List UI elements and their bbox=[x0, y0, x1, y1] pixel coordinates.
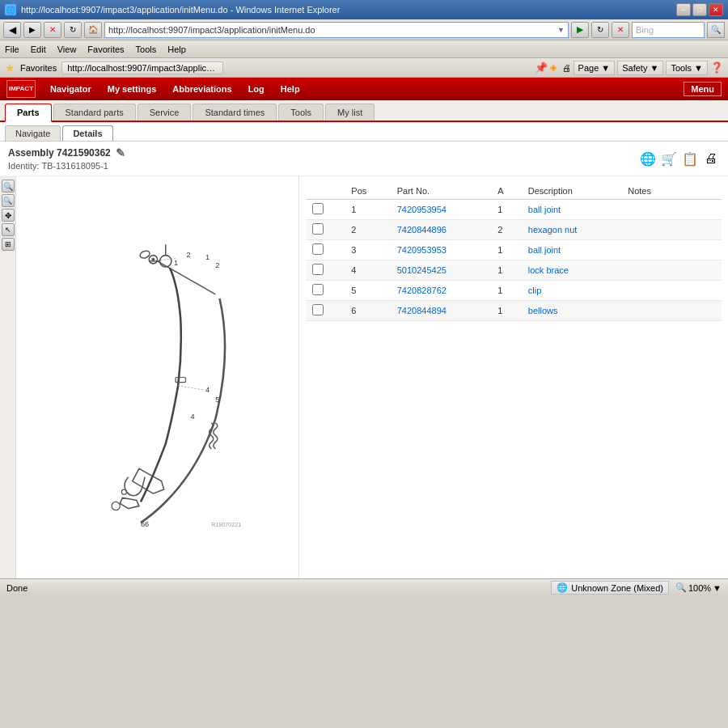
menu-tools[interactable]: Tools bbox=[136, 44, 157, 54]
favorites-star-icon: ★ bbox=[5, 61, 15, 74]
safety-button[interactable]: Safety ▼ bbox=[617, 61, 663, 75]
col-description: Description bbox=[522, 183, 621, 200]
row-checkbox-0[interactable] bbox=[312, 203, 324, 214]
col-extra1 bbox=[679, 183, 700, 200]
part-link-4[interactable]: 7420828762 bbox=[397, 286, 447, 295]
row-desc-3[interactable]: lock brace bbox=[522, 260, 621, 281]
select-button[interactable]: ↖ bbox=[2, 223, 15, 236]
print-preview-icon: 🖨 bbox=[562, 63, 571, 73]
row-desc-2[interactable]: ball joint bbox=[522, 240, 621, 260]
table-row: 5 7420828762 1 clip bbox=[306, 281, 722, 301]
page-button[interactable]: Page ▼ bbox=[574, 61, 616, 75]
tab-my-list[interactable]: My list bbox=[325, 104, 375, 121]
zoom-minus-button[interactable]: 🔍 bbox=[2, 194, 15, 207]
stop-addr-button[interactable]: ✕ bbox=[612, 22, 629, 38]
row-part-no-3[interactable]: 5010245425 bbox=[391, 260, 491, 281]
tab-parts[interactable]: Parts bbox=[5, 104, 52, 122]
row-desc-5[interactable]: bellows bbox=[522, 301, 621, 321]
nav-help[interactable]: Help bbox=[273, 78, 308, 100]
row-part-no-4[interactable]: 7420828762 bbox=[391, 281, 491, 301]
row-notes-3 bbox=[621, 260, 679, 281]
refresh-addr-button[interactable]: ↻ bbox=[591, 22, 609, 38]
part-link-1[interactable]: 7420844896 bbox=[397, 225, 447, 235]
row-checkbox-5[interactable] bbox=[312, 304, 324, 315]
search-input[interactable]: Bing bbox=[632, 22, 705, 38]
part-link-5[interactable]: 7420844894 bbox=[397, 306, 447, 315]
menu-view[interactable]: View bbox=[57, 44, 77, 54]
sub-tab-details[interactable]: Details bbox=[62, 125, 112, 141]
copy-icon[interactable]: 📋 bbox=[681, 150, 699, 167]
row-desc-1[interactable]: hexagon nut bbox=[522, 220, 621, 240]
nav-my-settings[interactable]: My settings bbox=[99, 78, 165, 100]
zoom-plus-button[interactable]: 🔍 bbox=[2, 180, 15, 193]
menu-file[interactable]: File bbox=[5, 44, 19, 54]
zoom-value: 100% bbox=[688, 583, 711, 593]
tab-service[interactable]: Service bbox=[138, 104, 192, 121]
forward-button[interactable]: ▶ bbox=[23, 22, 41, 38]
diagram-panel: 🔍 🔍 ✥ ↖ ⊞ 1 2 bbox=[0, 176, 299, 578]
menu-help[interactable]: Help bbox=[167, 44, 186, 54]
search-button[interactable]: 🔍 bbox=[707, 22, 725, 38]
part-link-2[interactable]: 7420953953 bbox=[397, 245, 447, 255]
tab-standard-parts[interactable]: Standard parts bbox=[53, 104, 136, 121]
tab-standard-times[interactable]: Standard times bbox=[193, 104, 277, 121]
row-pos-4: 5 bbox=[345, 281, 390, 301]
sub-tab-row: Navigate Details bbox=[0, 122, 728, 142]
sub-tab-navigate[interactable]: Navigate bbox=[5, 125, 61, 141]
page-tools: 📌 ◈ 🖨 Page ▼ Safety ▼ Tools ▼ ❓ bbox=[535, 61, 723, 75]
minimize-button[interactable]: – bbox=[676, 3, 691, 16]
stop-button[interactable]: ✕ bbox=[44, 22, 61, 38]
address-bar[interactable]: http://localhost:9907/impact3/applicatio… bbox=[104, 22, 569, 38]
home-button[interactable]: 🏠 bbox=[84, 22, 102, 38]
row-part-no-0[interactable]: 7420953954 bbox=[391, 200, 491, 220]
tab-tools[interactable]: Tools bbox=[278, 104, 324, 121]
refresh-icon[interactable]: 🌐 bbox=[639, 150, 657, 167]
row-part-no-5[interactable]: 7420844894 bbox=[391, 301, 491, 321]
svg-text:4: 4 bbox=[205, 386, 210, 394]
nav-abbreviations[interactable]: Abbreviations bbox=[164, 78, 239, 100]
refresh-button[interactable]: ↻ bbox=[64, 22, 82, 38]
table-row: 4 5010245425 1 lock brace bbox=[306, 260, 722, 281]
row-checkbox-1[interactable] bbox=[312, 223, 324, 235]
svg-text:6: 6 bbox=[145, 520, 149, 528]
parts-table: Pos Part No. A Description Notes 1 74209… bbox=[306, 183, 722, 321]
cart-icon[interactable]: 🛒 bbox=[660, 150, 678, 167]
row-checkbox-3[interactable] bbox=[312, 264, 324, 275]
help-icon[interactable]: ❓ bbox=[710, 61, 723, 74]
fit-button[interactable]: ⊞ bbox=[2, 238, 15, 251]
pan-button[interactable]: ✥ bbox=[2, 209, 15, 222]
menu-edit[interactable]: Edit bbox=[31, 44, 46, 54]
address-text: http://localhost:9907/impact3/applicatio… bbox=[108, 25, 557, 35]
row-extra2-3 bbox=[700, 260, 722, 281]
zoom-dropdown-icon[interactable]: ▼ bbox=[713, 583, 722, 593]
svg-text:1: 1 bbox=[205, 253, 210, 261]
close-button[interactable]: ✕ bbox=[709, 3, 723, 16]
menu-button[interactable]: Menu bbox=[684, 82, 722, 96]
nav-log[interactable]: Log bbox=[240, 78, 273, 100]
row-extra2-1 bbox=[700, 220, 722, 240]
zoom-control[interactable]: 🔍 100% ▼ bbox=[675, 582, 722, 593]
address-dropdown-icon[interactable]: ▼ bbox=[557, 26, 565, 34]
nav-navigator[interactable]: Navigator bbox=[42, 78, 99, 100]
menu-favorites[interactable]: Favorites bbox=[87, 44, 124, 54]
print-icon[interactable]: 🖨 bbox=[702, 150, 720, 167]
favorites-link[interactable]: http://localhost:9907/impact3/applicatio… bbox=[61, 61, 223, 74]
svg-text:5: 5 bbox=[215, 396, 219, 404]
parts-panel: Pos Part No. A Description Notes 1 74209… bbox=[299, 176, 728, 578]
row-checkbox-2[interactable] bbox=[312, 243, 324, 255]
row-checkbox-4[interactable] bbox=[312, 284, 324, 295]
address-bar-row: ◀ ▶ ✕ ↻ 🏠 http://localhost:9907/impact3/… bbox=[0, 19, 728, 40]
row-desc-0[interactable]: ball joint bbox=[522, 200, 621, 220]
assembly-edit-icon[interactable]: ✎ bbox=[116, 146, 125, 159]
back-button[interactable]: ◀ bbox=[3, 22, 21, 38]
tools-button[interactable]: Tools ▼ bbox=[666, 61, 708, 75]
row-part-no-1[interactable]: 7420844896 bbox=[391, 220, 491, 240]
part-link-3[interactable]: 5010245425 bbox=[397, 265, 447, 275]
row-a-1: 2 bbox=[491, 220, 522, 240]
row-part-no-2[interactable]: 7420953953 bbox=[391, 240, 491, 260]
maximize-button[interactable]: □ bbox=[692, 3, 707, 16]
parts-table-body: 1 7420953954 1 ball joint 2 7420844896 2… bbox=[306, 200, 722, 321]
go-button[interactable]: ▶ bbox=[571, 22, 589, 38]
row-desc-4[interactable]: clip bbox=[522, 281, 621, 301]
part-link-0[interactable]: 7420953954 bbox=[397, 205, 447, 214]
